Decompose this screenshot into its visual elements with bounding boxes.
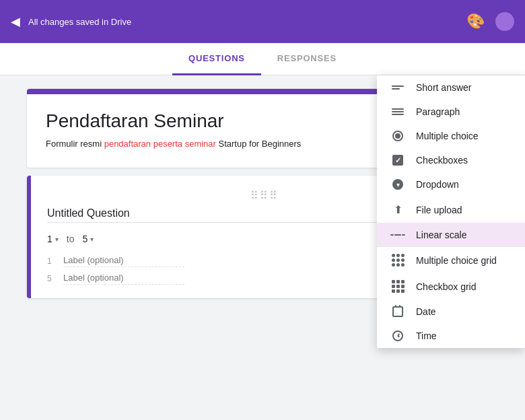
multiple-choice-grid-label: Multiple choice grid <box>416 255 497 266</box>
header-icons: 🎨 <box>466 12 514 31</box>
label-to-input[interactable] <box>63 273 184 285</box>
account-avatar[interactable] <box>495 12 514 31</box>
checkbox-grid-icon <box>390 280 405 293</box>
date-label: Date <box>416 306 436 317</box>
date-icon <box>390 306 405 317</box>
checkboxes-label: Checkboxes <box>416 155 468 166</box>
palette-icon[interactable]: 🎨 <box>466 13 485 30</box>
menu-item-file-upload[interactable]: ⬆ File upload <box>377 197 525 223</box>
menu-item-linear-scale[interactable]: Linear scale <box>377 223 525 247</box>
scale-to-dropdown[interactable]: 5 ▾ <box>82 234 94 244</box>
saved-status: All changes saved in Drive <box>28 17 466 27</box>
time-label: Time <box>416 330 437 341</box>
menu-item-multiple-choice[interactable]: Multiple choice <box>377 124 525 148</box>
linear-scale-icon <box>390 234 405 236</box>
tabs-bar: QUESTIONS RESPONSES <box>0 43 525 75</box>
menu-item-dropdown[interactable]: Dropdown <box>377 172 525 197</box>
file-upload-label: File upload <box>416 205 462 215</box>
menu-item-date[interactable]: Date <box>377 300 525 324</box>
checkbox-grid-label: Checkbox grid <box>416 281 477 292</box>
question-type-menu: Short answer Paragraph Multiple choice C… <box>377 75 525 348</box>
menu-item-checkboxes[interactable]: Checkboxes <box>377 148 525 172</box>
header: ◀ All changes saved in Drive 🎨 <box>0 0 525 43</box>
multiple-choice-label: Multiple choice <box>416 131 479 141</box>
short-answer-label: Short answer <box>416 82 471 93</box>
label-from-input[interactable] <box>63 255 184 267</box>
tab-responses[interactable]: RESPONSES <box>261 43 353 75</box>
paragraph-icon <box>390 108 405 115</box>
tab-questions[interactable]: QUESTIONS <box>172 43 261 75</box>
checkboxes-icon <box>390 155 405 166</box>
menu-item-checkbox-grid[interactable]: Checkbox grid <box>377 273 525 300</box>
file-upload-icon: ⬆ <box>390 203 405 216</box>
menu-item-paragraph[interactable]: Paragraph <box>377 100 525 124</box>
multiple-choice-icon <box>390 131 405 141</box>
short-answer-icon <box>390 85 405 90</box>
menu-item-short-answer[interactable]: Short answer <box>377 75 525 100</box>
paragraph-label: Paragraph <box>416 106 460 117</box>
menu-item-time[interactable]: Time <box>377 324 525 348</box>
menu-item-multiple-choice-grid[interactable]: Multiple choice grid <box>377 247 525 273</box>
multiple-choice-grid-icon <box>390 254 405 267</box>
scale-from-dropdown[interactable]: 1 ▾ <box>47 234 59 244</box>
back-icon[interactable]: ◀ <box>11 14 20 29</box>
dropdown-icon <box>390 179 405 190</box>
dropdown-label: Dropdown <box>416 179 459 190</box>
time-icon <box>390 330 405 341</box>
linear-scale-label: Linear scale <box>416 230 467 240</box>
